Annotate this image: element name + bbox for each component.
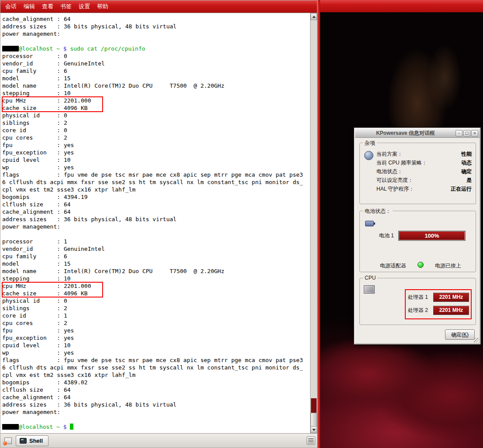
terminal-line: fpu : yes bbox=[2, 141, 310, 149]
terminal-line: fpu_exception : yes bbox=[2, 149, 310, 156]
ok-button[interactable]: 确定(K) bbox=[445, 329, 475, 340]
menubar-item[interactable]: 书签 bbox=[57, 0, 75, 13]
terminal-line: vendor_id : GenuineIntel bbox=[2, 60, 310, 67]
terminal-line: wp : yes bbox=[2, 349, 310, 356]
dialog-titlebar[interactable]: KPowersave 信息对话框 –□× bbox=[355, 129, 480, 138]
terminal-line: cpu MHz : 2201.000 bbox=[2, 97, 103, 104]
ok-button-accel: K bbox=[463, 332, 467, 338]
terminal-line bbox=[2, 416, 310, 423]
cpu-chip-icon bbox=[364, 285, 375, 294]
terminal-line: core id : 0 bbox=[2, 127, 310, 134]
terminal-line: @localhost ~ $ bbox=[2, 423, 310, 431]
menubar-item[interactable]: 会话 bbox=[2, 0, 20, 13]
cpu-row-label: 处理器 2 bbox=[408, 307, 433, 314]
terminal-line: bogomips : 4394.19 bbox=[2, 193, 310, 201]
misc-row: 当前方案：性能 bbox=[376, 150, 472, 158]
terminal-line: model name : Intel(R) Core(TM)2 Duo CPU … bbox=[2, 82, 310, 89]
cpu-frequency-meter: 2201 MHz bbox=[433, 306, 469, 315]
terminal-line: vendor_id : GenuineIntel bbox=[2, 245, 310, 253]
menubar-item[interactable]: 设置 bbox=[75, 0, 93, 13]
terminal-line: bogomips : 4389.02 bbox=[2, 379, 310, 386]
new-session-button[interactable] bbox=[2, 435, 14, 446]
cpu-groupbox: CPU 处理器 12201 MHz处理器 22201 MHz bbox=[359, 278, 476, 325]
ok-button-label-pre: 确定( bbox=[451, 332, 463, 338]
kpowersave-dialog: KPowersave 信息对话框 –□× 杂项 当前方案：性能当前 CPU 频率… bbox=[354, 127, 481, 345]
redacted-username bbox=[2, 424, 19, 430]
terminal-line: flags : fpu vme de pse tsc msr pae mce c… bbox=[2, 356, 310, 364]
terminal-line: cpl vmx est tm2 ssse3 cx16 xtpr lahf_lm bbox=[2, 371, 310, 379]
terminal-line: clflush size : 64 bbox=[2, 386, 310, 393]
terminal-line: processor : 1 bbox=[2, 238, 310, 245]
scroll-up-button[interactable] bbox=[310, 13, 317, 20]
resize-grip[interactable] bbox=[474, 338, 479, 343]
terminal-line: flags : fpu vme de pse tsc msr pae mce c… bbox=[2, 171, 310, 178]
battery-row: 电池 1 100% bbox=[379, 231, 466, 241]
menubar-item[interactable]: 查看 bbox=[38, 0, 57, 13]
session-list-icon bbox=[308, 438, 314, 443]
maximize-button[interactable]: □ bbox=[463, 130, 470, 137]
cpu-rows: 处理器 12201 MHz处理器 22201 MHz bbox=[408, 292, 469, 318]
terminal-line: cache_alignment : 64 bbox=[2, 15, 310, 23]
window-controls: –□× bbox=[455, 130, 478, 137]
terminal-line: cpu cores : 2 bbox=[2, 319, 310, 327]
battery-groupbox-title: 电池状态： bbox=[363, 208, 393, 215]
terminal-area: cache_alignment : 64address sizes : 36 b… bbox=[0, 13, 317, 433]
terminal-scrollbar[interactable] bbox=[310, 13, 317, 433]
scrollbar-thumb[interactable] bbox=[310, 413, 317, 427]
terminal-line: cpu family : 6 bbox=[2, 253, 310, 260]
misc-row-value: 动态 bbox=[461, 159, 472, 167]
terminal-line: address sizes : 36 bits physical, 48 bit… bbox=[2, 215, 310, 223]
cpu-frequency-meter: 2201 MHz bbox=[433, 293, 469, 302]
terminal-line: cpu family : 6 bbox=[2, 67, 310, 75]
cpu-row: 处理器 12201 MHz bbox=[408, 292, 469, 302]
menubar-item[interactable]: 帮助 bbox=[93, 0, 112, 13]
session-list-button[interactable] bbox=[307, 436, 315, 445]
terminal-line: cache_alignment : 64 bbox=[2, 208, 310, 215]
terminal-line: physical id : 0 bbox=[2, 112, 310, 119]
battery-percent: 100% bbox=[424, 233, 439, 239]
terminal-line: model name : Intel(R) Core(TM)2 Duo CPU … bbox=[2, 267, 310, 275]
terminal-line: core id : 1 bbox=[2, 312, 310, 319]
cpu-row-label: 处理器 1 bbox=[408, 294, 433, 301]
adapter-label: 电源适配器 bbox=[380, 262, 406, 270]
misc-row: 当前 CPU 频率策略：动态 bbox=[376, 158, 472, 167]
terminal-icon bbox=[20, 438, 27, 444]
scroll-up-icon bbox=[312, 16, 316, 18]
tab-shell[interactable]: Shell bbox=[16, 435, 48, 446]
misc-row-label: 当前 CPU 频率策略： bbox=[376, 159, 427, 167]
close-button[interactable]: × bbox=[471, 130, 478, 137]
battery-meter: 100% bbox=[398, 231, 466, 241]
misc-row: 电池状态：确定 bbox=[376, 167, 472, 176]
adapter-status: 电源已接上 bbox=[435, 262, 461, 270]
prompt-host: @localhost ~ bbox=[19, 424, 63, 430]
terminal-cursor bbox=[70, 424, 73, 430]
screenshot-root: 会话编辑查看书签设置帮助 cache_alignment : 64address… bbox=[0, 0, 483, 448]
terminal-line: fpu : yes bbox=[2, 327, 310, 334]
misc-row-value: 是 bbox=[466, 177, 472, 184]
misc-row-label: HAL 守护程序： bbox=[376, 185, 414, 193]
scroll-down-button[interactable] bbox=[310, 426, 317, 433]
misc-row-label: 可以设定亮度： bbox=[376, 177, 413, 184]
terminal-line: cpu MHz : 2201.000 bbox=[2, 282, 103, 290]
terminal-line: @localhost ~ $ sudo cat /proc/cpuinfo bbox=[2, 45, 310, 52]
dialog-title: KPowersave 信息对话框 bbox=[356, 130, 455, 137]
battery-icon bbox=[365, 221, 374, 226]
redacted-username bbox=[2, 46, 19, 51]
prompt-host: @localhost ~ bbox=[19, 45, 63, 52]
terminal-line: power management: bbox=[2, 408, 310, 416]
minimize-button[interactable]: – bbox=[455, 130, 462, 137]
misc-row-label: 电池状态： bbox=[376, 168, 403, 175]
terminal-line: siblings : 2 bbox=[2, 304, 310, 312]
kpowersave-icon bbox=[364, 151, 373, 160]
misc-row: 可以设定亮度：是 bbox=[376, 176, 472, 185]
terminal-line: 6 clflush dts acpi mmx fxsr sse sse2 ss … bbox=[2, 364, 310, 371]
battery-meter-fill: 100% bbox=[399, 232, 465, 240]
terminal-line: cpuid level : 10 bbox=[2, 156, 310, 164]
desktop-topbar bbox=[320, 0, 483, 12]
terminal-output[interactable]: cache_alignment : 64address sizes : 36 b… bbox=[0, 13, 310, 433]
misc-groupbox-title: 杂项 bbox=[363, 140, 377, 147]
terminal-line: stepping : 10 bbox=[2, 89, 310, 97]
misc-groupbox: 杂项 当前方案：性能当前 CPU 频率策略：动态电池状态：确定可以设定亮度：是H… bbox=[359, 143, 476, 204]
battery-label: 电池 1 bbox=[379, 232, 398, 239]
menubar-item[interactable]: 编辑 bbox=[20, 0, 38, 13]
